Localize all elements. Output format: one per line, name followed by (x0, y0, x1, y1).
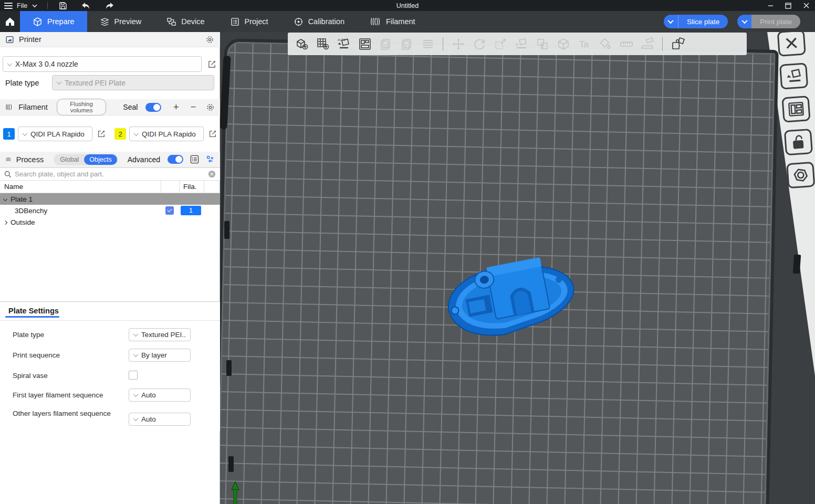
ps-plate-type-select[interactable]: Textured PEI... (129, 328, 191, 341)
printer-edit-icon[interactable] (206, 58, 217, 70)
printer-preset-select[interactable]: X-Max 3 0.4 nozzle (3, 56, 202, 72)
filament-section-title: Filament (18, 103, 48, 111)
tab-calibration[interactable]: Calibration (281, 11, 357, 32)
parameter-list-icon[interactable] (190, 154, 199, 165)
filament-2-select[interactable]: QIDI PLA Rapido (129, 127, 204, 141)
collapse-chevron-icon[interactable] (3, 197, 7, 201)
tab-prepare[interactable]: Prepare (20, 11, 87, 32)
printer-preset-value: X-Max 3 0.4 nozzle (15, 60, 78, 68)
object-visible-checkbox[interactable] (165, 206, 174, 215)
file-menu-chevron-icon[interactable] (32, 3, 38, 9)
scale-icon[interactable] (492, 35, 509, 52)
support-paint-icon[interactable] (639, 35, 656, 52)
flushing-volumes-button[interactable]: Flushing volumes (57, 99, 107, 116)
setting-label: Print sequence (13, 351, 124, 360)
assembly-view-icon[interactable] (669, 35, 686, 52)
color-paint-icon[interactable] (597, 35, 614, 52)
spiral-vase-checkbox[interactable] (129, 371, 138, 380)
ps-print-sequence-select[interactable]: By layer (129, 349, 191, 362)
toolbar-separator (443, 37, 443, 51)
device-icon (166, 17, 176, 27)
model-3dbenchy[interactable] (434, 246, 581, 356)
tab-filament[interactable]: Filament (357, 11, 428, 32)
print-plate-button[interactable]: Print plate (751, 15, 800, 28)
advanced-toggle[interactable] (168, 155, 183, 164)
filament-1-swatch[interactable]: 1 (3, 128, 15, 140)
tab-preview[interactable]: Preview (87, 11, 154, 32)
ps-first-layer-sequence-select[interactable]: Auto (129, 388, 191, 402)
ps-other-layers-sequence-select[interactable]: Auto (129, 413, 191, 426)
close-icon[interactable] (777, 32, 806, 57)
scope-objects-option[interactable]: Objects (84, 154, 117, 165)
tree-row-plate-1[interactable]: Plate 1 (0, 193, 220, 205)
fila-column-header: Fila. (183, 183, 197, 191)
setting-label: First layer filament sequence (13, 391, 124, 400)
tab-project[interactable]: Project (217, 11, 281, 32)
object-tree-header: Name Fila. (0, 181, 220, 193)
plate-clip (224, 221, 229, 239)
file-menu[interactable]: File (17, 2, 27, 9)
auto-orient-icon[interactable] (779, 62, 808, 90)
measure-icon[interactable] (618, 35, 635, 52)
lay-on-face-icon[interactable] (513, 35, 530, 52)
printer-section-title: Printer (19, 35, 41, 44)
cut-icon[interactable] (534, 35, 551, 52)
variable-layer-height-icon[interactable] (419, 35, 436, 52)
close-button[interactable] (797, 0, 815, 11)
split-to-parts-icon[interactable]: P (398, 35, 415, 52)
filament-settings-gear-icon[interactable] (206, 102, 215, 112)
mesh-boolean-icon[interactable] (555, 35, 572, 52)
search-clear-icon[interactable] (208, 170, 216, 178)
filament-1-edit-icon[interactable] (96, 128, 107, 140)
titlebar-divider (47, 2, 48, 9)
scope-global-option[interactable]: Global (55, 155, 84, 164)
layout-icon[interactable] (781, 96, 810, 123)
save-button[interactable] (57, 1, 69, 10)
search-bar (0, 167, 220, 181)
add-object-icon[interactable] (293, 35, 310, 52)
tree-row-outside[interactable]: Outside (0, 216, 220, 228)
undo-button[interactable] (80, 1, 92, 10)
expand-chevron-icon[interactable] (3, 220, 7, 225)
filament-2-edit-icon[interactable] (207, 128, 218, 140)
lock-open-icon[interactable] (784, 129, 813, 156)
remove-filament-button[interactable]: − (189, 101, 198, 113)
tree-row-3dbenchy[interactable]: 3DBenchy 1 (0, 205, 220, 216)
prepare-cube-icon (33, 17, 43, 27)
printer-settings-gear-icon[interactable] (204, 34, 215, 45)
3d-viewport[interactable]: AUTO O P Ta (220, 32, 815, 504)
object-tree: Name Fila. Plate 1 3DBenchy 1 Outside (0, 181, 220, 228)
rotate-icon[interactable] (471, 35, 488, 52)
filament-1-value: QIDI PLA Rapido (30, 130, 85, 138)
menu-icon[interactable] (4, 3, 13, 9)
filament-assignment-badge[interactable]: 1 (181, 206, 201, 215)
plate-type-select[interactable]: Textured PEI Plate (52, 75, 214, 90)
add-plate-icon[interactable] (314, 35, 331, 52)
print-plate-dropdown-button[interactable] (737, 15, 751, 28)
filament-1-select[interactable]: QIDI PLA Rapido (18, 127, 92, 141)
settings-dots-icon[interactable] (206, 154, 215, 165)
toolbar-separator (662, 37, 663, 51)
slice-plate-dropdown-button[interactable] (664, 15, 678, 28)
seal-toggle[interactable] (145, 103, 161, 112)
search-input[interactable] (15, 170, 205, 178)
redo-button[interactable] (103, 1, 115, 10)
tab-label: Calibration (308, 17, 344, 26)
text-tool-icon[interactable]: Ta (576, 35, 593, 52)
add-filament-button[interactable]: + (171, 101, 181, 113)
setting-value: Textured PEI... (141, 331, 185, 339)
auto-orient-icon[interactable]: AUTO (335, 35, 352, 52)
home-button[interactable] (0, 11, 20, 32)
advanced-label: Advanced (128, 155, 160, 164)
maximize-button[interactable] (779, 0, 797, 11)
slice-plate-button[interactable]: Slice plate (678, 15, 728, 28)
minimize-button[interactable] (761, 0, 779, 11)
split-to-objects-icon[interactable]: O (377, 35, 394, 52)
arrange-icon[interactable] (356, 35, 373, 52)
tab-device[interactable]: Device (154, 11, 217, 32)
process-scope-segmented: Global Objects (54, 154, 118, 165)
nut-icon[interactable] (786, 162, 815, 189)
move-icon[interactable] (450, 35, 467, 52)
filament-2-swatch[interactable]: 2 (114, 128, 126, 140)
tree-row-label: Outside (11, 218, 35, 226)
